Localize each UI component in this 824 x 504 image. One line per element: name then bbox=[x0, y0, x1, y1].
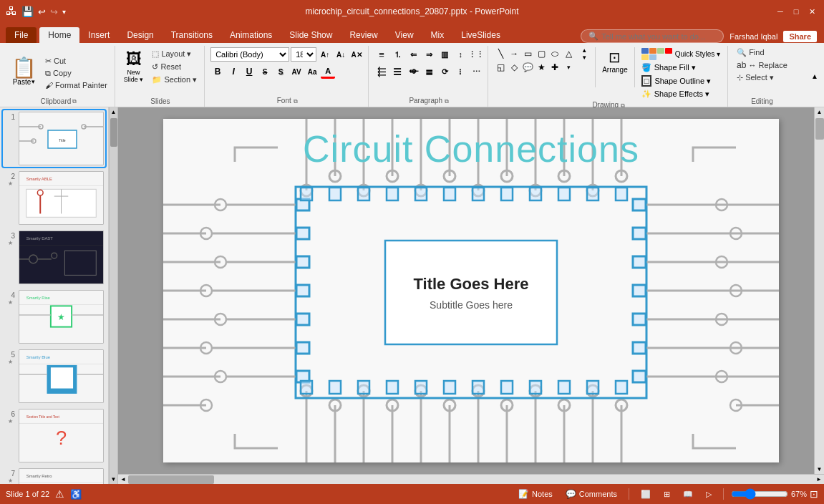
paste-button[interactable]: 📋 Paste ▾ bbox=[7, 57, 41, 87]
panel-scroll-down[interactable]: ▼ bbox=[110, 475, 118, 484]
align-right-btn[interactable]: ⬲ bbox=[406, 64, 420, 79]
new-slide-button[interactable]: 🖼 New Slide ▾ bbox=[121, 49, 147, 84]
slideshow-btn[interactable]: ▷ bbox=[702, 488, 716, 500]
hscroll-left[interactable]: ◄ bbox=[118, 476, 128, 483]
slide-thumb-7[interactable]: 7 ★ Smartly Retro bbox=[3, 467, 105, 484]
slide-thumb-1[interactable]: 1 Circuit Connections bbox=[3, 110, 105, 167]
justify-btn[interactable]: ≣ bbox=[422, 64, 436, 79]
align-text-btn[interactable]: ⫶ bbox=[453, 64, 467, 79]
italic-btn[interactable]: I bbox=[226, 64, 241, 79]
ribbon-collapse-btn[interactable]: ▲ bbox=[811, 46, 821, 107]
panel-scroll-up[interactable]: ▲ bbox=[110, 107, 118, 117]
clipboard-expand[interactable]: ⧉ bbox=[72, 98, 77, 105]
search-input[interactable] bbox=[601, 32, 716, 41]
layout-button[interactable]: ⬚ Layout ▾ bbox=[149, 49, 200, 59]
shapes-up-btn[interactable]: ▲ bbox=[581, 47, 587, 54]
slide-title[interactable]: Circuit Connections bbox=[163, 127, 779, 170]
user-name[interactable]: Farshad Iqbal bbox=[730, 32, 777, 41]
tab-insert[interactable]: Insert bbox=[79, 27, 118, 43]
para-expand[interactable]: ⧉ bbox=[445, 98, 449, 105]
align-left-btn[interactable]: ⬱ bbox=[374, 64, 389, 79]
clear-format-btn[interactable]: A✕ bbox=[349, 47, 364, 62]
bullet-list-btn[interactable]: ≡ bbox=[374, 47, 389, 62]
oval-shape-btn[interactable]: ⬭ bbox=[548, 47, 561, 60]
slide-img-5[interactable]: Smartly Blue bbox=[19, 349, 104, 403]
quick-styles-btn[interactable]: Quick Styles ▾ bbox=[639, 47, 723, 61]
slide-canvas[interactable]: Circuit Connections Title Goes Here Subt… bbox=[163, 119, 779, 462]
tab-design[interactable]: Design bbox=[118, 27, 162, 43]
slide-thumb-3[interactable]: 3 ★ Smartly DAST bbox=[3, 229, 105, 286]
notes-btn[interactable]: 📝 Notes bbox=[514, 488, 557, 500]
vscroll-down[interactable]: ▼ bbox=[815, 465, 824, 474]
tab-slideshow[interactable]: Slide Show bbox=[281, 27, 341, 43]
slide-panel-scrollbar[interactable]: ▲ ▼ bbox=[109, 107, 117, 484]
shape-effects-btn[interactable]: ✨ Shape Effects ▾ bbox=[639, 89, 723, 100]
replace-button[interactable]: ab↔ Replace bbox=[734, 59, 790, 71]
reset-button[interactable]: ↺ Reset bbox=[149, 62, 200, 72]
slide-thumb-6[interactable]: 6 ★ Section Title and Text ? bbox=[3, 407, 105, 464]
text-direction-btn[interactable]: ⟳ bbox=[437, 64, 452, 79]
h-scrollbar[interactable]: ◄ ► bbox=[118, 474, 824, 484]
smartart-btn[interactable]: ⋯ bbox=[469, 64, 483, 79]
slide-thumb-5[interactable]: 5 ★ Smartly Blue bbox=[3, 348, 105, 404]
slide-img-6[interactable]: Section Title and Text ? bbox=[19, 409, 104, 462]
bold-btn[interactable]: B bbox=[210, 64, 225, 79]
tab-mix[interactable]: Mix bbox=[422, 27, 453, 43]
vscroll-thumb[interactable] bbox=[815, 118, 824, 140]
slide-img-3[interactable]: Smartly DAST bbox=[19, 231, 104, 284]
font-name-select[interactable]: Calibri (Body) bbox=[210, 47, 289, 62]
font-size-select[interactable]: 18 bbox=[291, 47, 316, 62]
slide-img-1[interactable]: Circuit Connections Title bbox=[19, 112, 104, 165]
slide-img-4[interactable]: Smartly Rise ★ bbox=[19, 290, 104, 344]
tri-shape-btn[interactable]: △ bbox=[562, 47, 575, 60]
line-shape-btn[interactable]: ╲ bbox=[494, 47, 507, 60]
columns-btn[interactable]: ▥ bbox=[437, 47, 452, 62]
star-shape-btn[interactable]: ★ bbox=[535, 61, 548, 74]
share-btn[interactable]: Share bbox=[783, 31, 817, 42]
parallelogram-btn[interactable]: ◱ bbox=[494, 61, 507, 74]
zoom-slider[interactable] bbox=[731, 488, 788, 500]
reading-view-btn[interactable]: 📖 bbox=[679, 488, 697, 500]
shape-fill-btn[interactable]: 🪣 Shape Fill ▾ bbox=[639, 62, 723, 73]
slide-thumb-2[interactable]: 2 ★ Smartly ABLE bbox=[3, 170, 105, 226]
rect-shape-btn[interactable]: ▭ bbox=[521, 47, 534, 60]
slide-img-7[interactable]: Smartly Retro bbox=[19, 468, 104, 484]
slide-img-2[interactable]: Smartly ABLE bbox=[19, 171, 104, 225]
tab-animations[interactable]: Animations bbox=[221, 27, 281, 43]
hscroll-thumb[interactable] bbox=[128, 475, 214, 484]
tell-me-search[interactable]: 🔍 bbox=[581, 29, 724, 43]
rounded-rect-btn[interactable]: ▢ bbox=[535, 47, 548, 60]
slide-sorter-btn[interactable]: ⊞ bbox=[659, 488, 674, 500]
convert-smartart-btn[interactable]: ⋮⋮ bbox=[469, 47, 483, 62]
minimize-btn[interactable]: ─ bbox=[774, 5, 787, 18]
select-button[interactable]: ⊹ Select ▾ bbox=[734, 72, 777, 83]
line-spacing-btn[interactable]: ↕ bbox=[453, 47, 467, 62]
font-expand[interactable]: ⧉ bbox=[294, 98, 298, 105]
format-painter-button[interactable]: 🖌 Format Painter bbox=[42, 80, 110, 90]
more-shapes-btn[interactable]: ▾ bbox=[562, 61, 575, 74]
align-center-btn[interactable]: ☰ bbox=[390, 64, 404, 79]
plus-shape-btn[interactable]: ✚ bbox=[548, 61, 561, 74]
normal-view-btn[interactable]: ⬜ bbox=[636, 488, 655, 500]
tab-view[interactable]: View bbox=[387, 27, 422, 43]
tab-review[interactable]: Review bbox=[341, 27, 386, 43]
canvas-area[interactable]: ▲ ▼ bbox=[118, 107, 824, 474]
tab-file[interactable]: File bbox=[6, 27, 37, 43]
comments-btn[interactable]: 💬 Comments bbox=[561, 488, 621, 500]
shapes-scroll[interactable]: ▲ ▼ bbox=[581, 47, 591, 61]
hscroll-right[interactable]: ► bbox=[814, 476, 824, 483]
section-button[interactable]: 📁 Section ▾ bbox=[149, 74, 200, 85]
customize-btn[interactable]: ▾ bbox=[62, 8, 66, 16]
save-btn[interactable]: 💾 bbox=[21, 6, 34, 17]
decrease-indent-btn[interactable]: ⇐ bbox=[406, 47, 420, 62]
callout-btn[interactable]: 💬 bbox=[521, 61, 534, 74]
shapes-down-btn[interactable]: ▼ bbox=[581, 54, 587, 61]
change-case-btn[interactable]: Aa bbox=[305, 64, 319, 79]
shape-outline-btn[interactable]: □ Shape Outline ▾ bbox=[639, 74, 723, 87]
undo-btn[interactable]: ↩ bbox=[38, 6, 46, 17]
diamond-shape-btn[interactable]: ◇ bbox=[508, 61, 520, 74]
slide-text-box[interactable]: Title Goes Here Subtitle Goes here bbox=[389, 244, 553, 341]
close-btn[interactable]: ✕ bbox=[805, 5, 818, 18]
tab-liveslides[interactable]: LiveSlides bbox=[452, 27, 509, 43]
char-spacing-btn[interactable]: AV bbox=[289, 64, 304, 79]
